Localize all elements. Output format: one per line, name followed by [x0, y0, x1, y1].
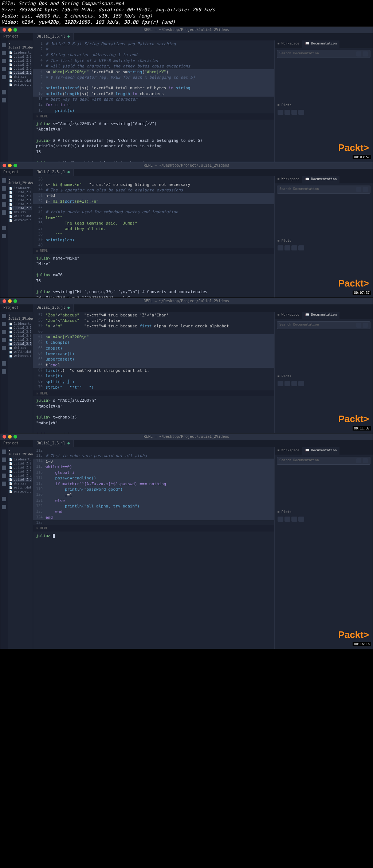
code-line[interactable]: 31n=63	[33, 193, 274, 198]
menu-icon[interactable]	[363, 323, 368, 328]
folder-name[interactable]: ▾ Julia1_2Videos	[8, 449, 32, 456]
workspace-tab[interactable]: ⊞ Workspace	[275, 312, 302, 319]
window-controls[interactable]	[3, 28, 17, 32]
debug-icon[interactable]	[2, 202, 6, 207]
code-line[interactable]: 11# best way to deal with each character	[33, 97, 274, 102]
code-line[interactable]: 32s="Hi $(sqrt(n+1)),\n"	[33, 199, 274, 204]
code-line[interactable]: 28	[33, 177, 274, 182]
play-icon[interactable]	[2, 361, 6, 366]
sidebar-file[interactable]: Julia1_2.6.jl	[8, 71, 32, 75]
code-line[interactable]: 122 println("all alpha, try again")	[33, 503, 274, 509]
documentation-tab[interactable]: 📖 Documentation	[302, 40, 340, 48]
code-line[interactable]: 123 end	[33, 509, 274, 514]
file-tab[interactable]: Julia1_2.6.jl ●	[33, 304, 74, 312]
code-line[interactable]: 121 else	[33, 498, 274, 503]
sidebar-file[interactable]: Julia1_2.4.2	[8, 470, 32, 474]
code-line[interactable]: 9println(sizeof(s)) "c-cmt"># total numb…	[33, 85, 274, 91]
plot-controls[interactable]	[275, 515, 373, 523]
files-icon[interactable]	[2, 449, 6, 454]
sidebar-file[interactable]: Julia1_2.5.jl	[8, 474, 32, 478]
code-line[interactable]: 115while(i==0)	[33, 464, 274, 470]
code-line[interactable]: 7# ∀ for-each operator (eg. ∀x∈S for eac…	[33, 75, 274, 80]
code-line[interactable]: 34# triple quote used for embedded quote…	[33, 209, 274, 215]
folder-name[interactable]: ▾ Julia1_2Videos	[8, 42, 32, 49]
sidebar-file[interactable]: Julia1_2.5.jl	[8, 67, 32, 71]
code-line[interactable]: 68last(t)	[33, 373, 274, 379]
activity-bar[interactable]	[0, 40, 8, 162]
window-controls[interactable]	[3, 164, 17, 167]
code-line[interactable]: 59"α"<"π" "c-cmt"># true because first a…	[33, 323, 274, 329]
code-line[interactable]: 112	[33, 448, 274, 453]
sidebar-file[interactable]: wallin.dat	[8, 486, 32, 490]
code-line[interactable]: 3# String character addressing 1 to end	[33, 52, 274, 58]
search-icon[interactable]	[2, 51, 6, 55]
code-line[interactable]: 69split(t,'∫')	[33, 379, 274, 385]
menu-icon[interactable]	[363, 187, 368, 192]
pause-icon[interactable]	[2, 505, 6, 509]
code-line[interactable]: 64lowercase(t)	[33, 351, 274, 357]
code-line[interactable]: 40	[33, 243, 274, 248]
search-icon[interactable]	[356, 323, 361, 328]
pause-icon[interactable]	[2, 234, 6, 238]
ext-icon[interactable]	[2, 482, 6, 486]
workspace-tab[interactable]: ⊞ Workspace	[275, 176, 302, 183]
search-icon[interactable]	[2, 322, 6, 326]
sidebar-file[interactable]: Julia1_2.1.jl	[8, 55, 32, 59]
code-line[interactable]: 6s="Abcπ∫z\u2200\n" "c-cmt"># or s=strin…	[33, 69, 274, 75]
play-icon[interactable]	[2, 90, 6, 94]
sidebar-file[interactable]: Julia1_2.5.jl	[8, 202, 32, 206]
code-line[interactable]: 10println(length(s)) "c-cmt"># length in…	[33, 91, 274, 97]
code-line[interactable]: 118 if match(r"^[A-Za-zα-ω]*$",passwd) =…	[33, 481, 274, 487]
file-tree[interactable]: ▾ Julia1_2Videos 1sidemart.tJulia1_2.1.j…	[8, 447, 33, 649]
repl-output[interactable]: julia> s="Abcπ∫z\u2200\n" # or s=string(…	[33, 120, 274, 162]
activity-bar[interactable]	[0, 447, 8, 649]
debug-icon[interactable]	[2, 338, 6, 342]
code-line[interactable]: 4# The first byte of a UTF-8 multibyte c…	[33, 58, 274, 63]
files-icon[interactable]	[2, 314, 6, 318]
code-line[interactable]: 12for c in s	[33, 102, 274, 108]
ext-icon[interactable]	[2, 210, 6, 215]
git-icon[interactable]	[2, 59, 6, 63]
sidebar-file[interactable]: Julia1_2.6.jl	[8, 478, 32, 482]
sidebar-file[interactable]: wallin.dat	[8, 350, 32, 354]
code-line[interactable]: 5# will yield the character, the other b…	[33, 63, 274, 69]
sidebar-file[interactable]: Julia1_2.5.jl	[8, 338, 32, 342]
sidebar-file[interactable]: Julia1_2.4.2	[8, 334, 32, 338]
search-icon[interactable]	[356, 51, 361, 57]
sidebar-file[interactable]: dri.csv	[8, 75, 32, 79]
git-icon[interactable]	[2, 194, 6, 199]
code-line[interactable]: 58"Zoo"<"Abacus" "c-cmt"># false	[33, 318, 274, 323]
code-line[interactable]: 114i=0	[33, 459, 274, 464]
file-tree[interactable]: ▾ Julia1_2Videos 1sidemart.tJulia1_2.1.j…	[8, 176, 33, 298]
code-line[interactable]: 1# Julia1_2.6.jl String Operations and P…	[33, 41, 274, 47]
code-line[interactable]: 62t=chomp(s)	[33, 340, 274, 345]
code-line[interactable]: 65uppercase(t)	[33, 357, 274, 362]
play-icon[interactable]	[2, 497, 6, 501]
search-icon[interactable]	[2, 186, 6, 191]
doc-search[interactable]: Search Documentation	[277, 186, 370, 194]
plot-controls[interactable]	[275, 108, 373, 116]
plot-controls[interactable]	[275, 379, 373, 388]
plot-controls[interactable]	[275, 244, 373, 252]
folder-name[interactable]: ▾ Julia1_2Videos	[8, 178, 32, 185]
code-line[interactable]: 116 global i	[33, 470, 274, 475]
file-tab[interactable]: Julia1_2.6.jl ●	[33, 440, 74, 447]
code-line[interactable]: 61s="πAbc∫z\u2200\n"	[33, 334, 274, 340]
code-line[interactable]: 37 and they all did.	[33, 226, 274, 231]
code-line[interactable]: 36 The lead lemming said, "Jump!"	[33, 221, 274, 226]
debug-icon[interactable]	[2, 474, 6, 478]
sidebar-file[interactable]: Julia1_2.1.jl	[8, 190, 32, 194]
code-line[interactable]: 57"Zoo"<"abacus" "c-cmt"># true because …	[33, 312, 274, 318]
documentation-tab[interactable]: 📖 Documentation	[302, 447, 340, 455]
sidebar-file[interactable]: Julia1_2.1.2	[8, 59, 32, 63]
code-editor[interactable]: 2829s="hi $name,\n" "c-cmt"># so using S…	[33, 176, 274, 298]
sidebar-file[interactable]: Julia1_2.1.2	[8, 330, 32, 334]
code-editor[interactable]: 1# Julia1_2.6.jl String Operations and P…	[33, 40, 274, 162]
sidebar-file[interactable]: Julia1_2.1.2	[8, 466, 32, 470]
sidebar-file[interactable]: Julia1_2.1.jl	[8, 326, 32, 330]
code-line[interactable]: 13 print(c)	[33, 108, 274, 113]
activity-bar[interactable]	[0, 312, 8, 433]
sidebar-file[interactable]: writeout.csv	[8, 218, 32, 222]
git-icon[interactable]	[2, 330, 6, 334]
play-icon[interactable]	[2, 226, 6, 230]
